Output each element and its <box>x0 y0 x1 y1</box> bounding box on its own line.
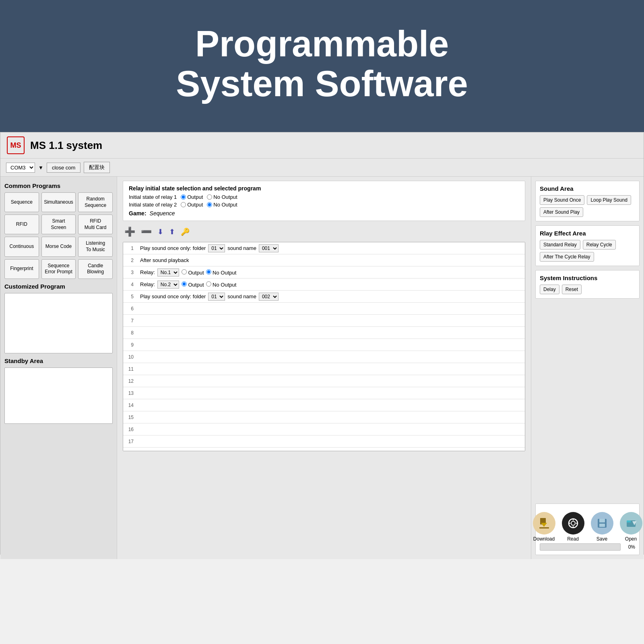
relay1-no-output-radio-label[interactable]: No Output <box>207 194 237 200</box>
btn-smart-screen[interactable]: SmartScreen <box>41 215 76 234</box>
open-icon <box>620 512 642 535</box>
play-sound-label: Play sound once only: folder <box>140 245 206 251</box>
loop-play-sound-button[interactable]: Loop Play Sound <box>587 195 631 205</box>
table-row: 1 Play sound once only: folder 01 sound … <box>123 242 525 254</box>
read-action[interactable]: Read <box>562 512 584 542</box>
btn-fingerprint[interactable]: Fingerprint <box>4 259 39 279</box>
relay-num-select-3[interactable]: No.1 <box>157 268 179 277</box>
relay1-output-radio[interactable] <box>181 194 186 200</box>
standby-area <box>4 367 113 424</box>
after-sound-play-button[interactable]: After Sound Play <box>540 207 583 217</box>
btn-random-sequence[interactable]: RandomSequence <box>78 192 113 212</box>
btn-rfid[interactable]: RFID <box>4 215 39 234</box>
table-row: 6 <box>123 303 525 315</box>
row-num: 2 <box>123 258 138 263</box>
app-title: MS 1.1 system <box>30 139 102 152</box>
config-block-button[interactable]: 配置块 <box>84 162 110 173</box>
add-button[interactable]: ➕ <box>123 226 137 238</box>
play-sound-once-button[interactable]: Play Sound Once <box>540 195 584 205</box>
action-icons-row: Download <box>540 508 635 543</box>
relay-radio-group-3: Output No Output <box>182 269 237 276</box>
sound-select-1[interactable]: 001 <box>259 244 279 252</box>
play-sound-label-5: Play sound once only: folder <box>140 293 206 299</box>
table-row: 14 <box>123 399 525 411</box>
relay2-row: Initial state of relay 2 Output No Outpu… <box>129 202 519 208</box>
game-row: Game: Sequence <box>129 210 519 217</box>
after-sound-label: After sound playback <box>140 257 189 263</box>
table-row: 15 <box>123 411 525 423</box>
settings-button[interactable]: 🔑 <box>179 227 191 237</box>
sound-select-5[interactable]: 002 <box>259 293 279 301</box>
relay2-no-output-radio[interactable] <box>207 202 212 207</box>
btn-rfid-multi-card[interactable]: RFIDMulti Card <box>78 215 113 234</box>
save-icon <box>591 512 613 535</box>
progress-bar-background <box>540 543 621 551</box>
btn-listening-to-music[interactable]: ListeningTo Music <box>78 237 113 256</box>
game-label: Game: <box>129 210 147 217</box>
btn-continuous[interactable]: Continuous <box>4 237 39 256</box>
read-label: Read <box>567 536 579 542</box>
sound-name-label-5: sound name <box>227 293 256 299</box>
btn-candle-blowing[interactable]: CandleBlowing <box>78 259 113 279</box>
toolbar: COM3 COM1 COM2 ▼ close com 配置块 <box>0 159 644 177</box>
relay-effect-title: Rlay Effect Area <box>540 230 635 237</box>
relay-effect-buttons: Standard Relay Relay Cycle After The Cyc… <box>540 240 635 262</box>
reset-button[interactable]: Reset <box>562 285 582 294</box>
relay1-label: Initial state of relay 1 <box>129 194 177 200</box>
customized-program-title: Customized Program <box>4 283 113 290</box>
relay1-no-output-radio[interactable] <box>207 194 212 200</box>
btn-simultaneous[interactable]: Simultaneous <box>41 192 76 212</box>
after-cycle-relay-button[interactable]: After The Cycle Relay <box>540 252 594 262</box>
relay-cycle-button[interactable]: Relay Cycle <box>583 240 616 250</box>
table-row: 13 <box>123 387 525 399</box>
com-select[interactable]: COM3 COM1 COM2 <box>6 163 35 173</box>
table-row: 4 Relay: No.2 Output No Output <box>123 279 525 291</box>
row-num: 5 <box>123 294 138 299</box>
open-action[interactable]: Open <box>620 512 642 542</box>
sound-name-label-1: sound name <box>227 245 256 251</box>
table-row: 7 <box>123 315 525 327</box>
hero-section: Programmable System Software <box>0 0 644 132</box>
download-action[interactable]: Download <box>533 512 555 542</box>
close-com-button[interactable]: close com <box>47 163 81 173</box>
table-row: 18 <box>123 448 525 451</box>
sound-area-title: Sound Area <box>540 185 635 192</box>
svg-rect-11 <box>599 524 605 527</box>
read-icon <box>562 512 584 535</box>
open-label: Open <box>625 536 637 542</box>
btn-sequence[interactable]: Sequence <box>4 192 39 212</box>
relay2-output-radio[interactable] <box>181 202 186 207</box>
sound-area-buttons: Play Sound Once Loop Play Sound After So… <box>540 195 635 217</box>
right-panel: Sound Area Play Sound Once Loop Play Sou… <box>531 177 644 559</box>
delay-button[interactable]: Delay <box>540 285 559 294</box>
app-window: MS MS 1.1 system COM3 COM1 COM2 ▼ close … <box>0 132 644 555</box>
customized-program-area <box>4 293 113 353</box>
progress-row: 0% <box>540 543 635 551</box>
dropdown-arrow: ▼ <box>38 165 43 171</box>
table-row: 8 <box>123 327 525 339</box>
remove-button[interactable]: ➖ <box>139 226 153 238</box>
sequence-table: 1 Play sound once only: folder 01 sound … <box>123 242 525 451</box>
relay2-output-radio-label[interactable]: Output <box>181 202 203 208</box>
relay2-no-output-radio-label[interactable]: No Output <box>207 202 237 208</box>
table-row: 3 Relay: No.1 Output No Output <box>123 266 525 279</box>
relay-section-title: Relay initial state selection and select… <box>129 185 519 192</box>
move-up-button[interactable]: ⬆ <box>167 227 177 237</box>
folder-select-1[interactable]: 01 <box>208 244 225 252</box>
table-row: 5 Play sound once only: folder 01 sound … <box>123 291 525 303</box>
standby-area-title: Standby Area <box>4 357 113 364</box>
btn-sequence-error-prompt[interactable]: SequenceError Prompt <box>41 259 76 279</box>
btn-morse-code[interactable]: Morse Code <box>41 237 76 256</box>
download-label: Download <box>533 536 555 542</box>
save-action[interactable]: Save <box>591 512 613 542</box>
svg-marker-1 <box>541 523 547 527</box>
move-down-button[interactable]: ⬇ <box>156 227 165 237</box>
relay1-output-radio-label[interactable]: Output <box>181 194 203 200</box>
progress-percent: 0% <box>623 544 635 550</box>
row-content: Relay: No.1 Output No Output <box>138 267 525 278</box>
relay-num-select-4[interactable]: No.2 <box>157 281 179 289</box>
system-instructions-section: System Instructions Delay Reset <box>535 270 640 299</box>
folder-select-5[interactable]: 01 <box>208 293 225 301</box>
standard-relay-button[interactable]: Standard Relay <box>540 240 580 250</box>
relay-label-4: Relay: <box>140 281 155 287</box>
